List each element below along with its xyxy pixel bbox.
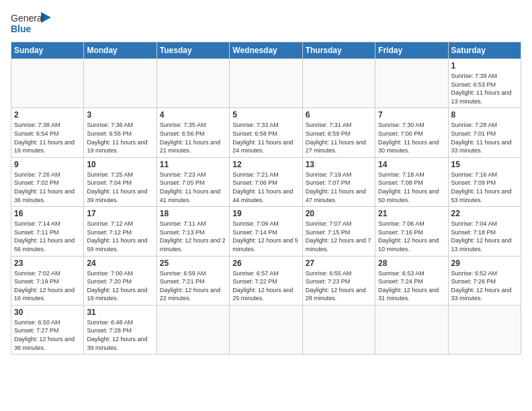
day-info: Sunrise: 7:30 AM Sunset: 7:00 PM Dayligh…: [378, 121, 445, 154]
day-cell: 19Sunrise: 7:09 AM Sunset: 7:14 PM Dayli…: [230, 207, 302, 256]
day-number: 24: [87, 259, 153, 268]
day-number: 8: [451, 110, 518, 120]
day-cell: 31Sunrise: 6:48 AM Sunset: 7:28 PM Dayli…: [84, 305, 157, 354]
day-info: Sunrise: 7:06 AM Sunset: 7:16 PM Dayligh…: [378, 220, 445, 253]
day-cell: 4Sunrise: 7:35 AM Sunset: 6:56 PM Daylig…: [157, 108, 229, 157]
day-cell: 24Sunrise: 7:00 AM Sunset: 7:20 PM Dayli…: [84, 256, 157, 305]
day-info: Sunrise: 7:09 AM Sunset: 7:14 PM Dayligh…: [232, 220, 299, 253]
day-cell: 8Sunrise: 7:28 AM Sunset: 7:01 PM Daylig…: [448, 108, 521, 157]
day-number: 30: [14, 308, 81, 317]
day-number: 31: [87, 308, 153, 317]
day-number: 23: [14, 259, 81, 268]
day-number: 29: [451, 259, 518, 268]
day-cell: [302, 59, 375, 108]
day-number: 10: [87, 160, 153, 169]
day-info: Sunrise: 6:48 AM Sunset: 7:28 PM Dayligh…: [87, 318, 153, 352]
day-number: 19: [232, 209, 299, 218]
day-cell: 22Sunrise: 7:04 AM Sunset: 7:18 PM Dayli…: [448, 207, 521, 256]
day-info: Sunrise: 7:00 AM Sunset: 7:20 PM Dayligh…: [87, 269, 153, 303]
day-number: 21: [378, 209, 445, 218]
day-number: 16: [14, 209, 81, 218]
logo: GeneralBlue: [11, 11, 58, 36]
day-number: 28: [378, 259, 445, 268]
day-cell: 6Sunrise: 7:31 AM Sunset: 6:59 PM Daylig…: [302, 108, 375, 157]
day-cell: 21Sunrise: 7:06 AM Sunset: 7:16 PM Dayli…: [375, 207, 448, 256]
week-row-4: 16Sunrise: 7:14 AM Sunset: 7:11 PM Dayli…: [11, 207, 521, 256]
svg-text:General: General: [11, 13, 44, 24]
day-number: 7: [378, 110, 445, 120]
day-info: Sunrise: 6:53 AM Sunset: 7:24 PM Dayligh…: [378, 269, 445, 303]
day-info: Sunrise: 7:12 AM Sunset: 7:12 PM Dayligh…: [87, 220, 153, 253]
day-cell: [375, 59, 448, 108]
day-header-tuesday: Tuesday: [157, 42, 229, 59]
day-cell: 14Sunrise: 7:18 AM Sunset: 7:08 PM Dayli…: [375, 157, 448, 206]
day-number: 26: [232, 259, 299, 268]
day-info: Sunrise: 7:36 AM Sunset: 6:55 PM Dayligh…: [87, 121, 153, 154]
day-cell: 17Sunrise: 7:12 AM Sunset: 7:12 PM Dayli…: [84, 207, 157, 256]
day-cell: 18Sunrise: 7:11 AM Sunset: 7:13 PM Dayli…: [157, 207, 229, 256]
day-info: Sunrise: 7:33 AM Sunset: 6:58 PM Dayligh…: [232, 121, 299, 154]
day-number: 1: [451, 61, 518, 71]
day-info: Sunrise: 7:11 AM Sunset: 7:13 PM Dayligh…: [160, 220, 226, 253]
day-cell: [448, 305, 521, 354]
day-number: 15: [451, 160, 518, 169]
day-info: Sunrise: 7:21 AM Sunset: 7:06 PM Dayligh…: [232, 171, 299, 204]
week-row-2: 2Sunrise: 7:38 AM Sunset: 6:54 PM Daylig…: [11, 108, 521, 157]
day-cell: 13Sunrise: 7:19 AM Sunset: 7:07 PM Dayli…: [302, 157, 375, 206]
day-info: Sunrise: 7:02 AM Sunset: 7:19 PM Dayligh…: [14, 269, 81, 303]
day-cell: 5Sunrise: 7:33 AM Sunset: 6:58 PM Daylig…: [230, 108, 302, 157]
day-cell: 25Sunrise: 6:59 AM Sunset: 7:21 PM Dayli…: [157, 256, 229, 305]
day-info: Sunrise: 7:26 AM Sunset: 7:02 PM Dayligh…: [14, 171, 81, 204]
day-number: 11: [160, 160, 226, 169]
day-cell: 16Sunrise: 7:14 AM Sunset: 7:11 PM Dayli…: [11, 207, 84, 256]
week-row-6: 30Sunrise: 6:50 AM Sunset: 7:27 PM Dayli…: [11, 305, 521, 354]
day-number: 25: [160, 259, 226, 268]
day-info: Sunrise: 7:35 AM Sunset: 6:56 PM Dayligh…: [160, 121, 226, 154]
day-info: Sunrise: 6:57 AM Sunset: 7:22 PM Dayligh…: [232, 269, 299, 303]
day-number: 20: [306, 209, 372, 218]
day-info: Sunrise: 7:14 AM Sunset: 7:11 PM Dayligh…: [14, 220, 81, 253]
day-info: Sunrise: 7:25 AM Sunset: 7:04 PM Dayligh…: [87, 171, 153, 204]
day-header-friday: Friday: [375, 42, 448, 59]
day-info: Sunrise: 7:07 AM Sunset: 7:15 PM Dayligh…: [306, 220, 372, 253]
day-headers-row: SundayMondayTuesdayWednesdayThursdayFrid…: [11, 42, 521, 59]
day-number: 2: [14, 110, 81, 120]
day-number: 5: [232, 110, 299, 120]
day-number: 6: [306, 110, 372, 120]
day-info: Sunrise: 7:04 AM Sunset: 7:18 PM Dayligh…: [451, 220, 518, 253]
header: GeneralBlue: [11, 11, 521, 36]
day-header-thursday: Thursday: [302, 42, 375, 59]
logo-icon: GeneralBlue: [11, 11, 58, 36]
day-number: 18: [160, 209, 226, 218]
day-number: 4: [160, 110, 226, 120]
day-number: 27: [306, 259, 372, 268]
day-cell: [230, 305, 302, 354]
day-cell: 1Sunrise: 7:39 AM Sunset: 6:53 PM Daylig…: [448, 59, 521, 108]
day-cell: 28Sunrise: 6:53 AM Sunset: 7:24 PM Dayli…: [375, 256, 448, 305]
day-info: Sunrise: 7:38 AM Sunset: 6:54 PM Dayligh…: [14, 121, 81, 154]
day-cell: 27Sunrise: 6:55 AM Sunset: 7:23 PM Dayli…: [302, 256, 375, 305]
day-cell: 7Sunrise: 7:30 AM Sunset: 7:00 PM Daylig…: [375, 108, 448, 157]
day-info: Sunrise: 7:23 AM Sunset: 7:05 PM Dayligh…: [160, 171, 226, 204]
day-cell: 12Sunrise: 7:21 AM Sunset: 7:06 PM Dayli…: [230, 157, 302, 206]
day-header-saturday: Saturday: [448, 42, 521, 59]
day-number: 22: [451, 209, 518, 218]
day-cell: 15Sunrise: 7:16 AM Sunset: 7:09 PM Dayli…: [448, 157, 521, 206]
day-cell: 11Sunrise: 7:23 AM Sunset: 7:05 PM Dayli…: [157, 157, 229, 206]
week-row-1: 1Sunrise: 7:39 AM Sunset: 6:53 PM Daylig…: [11, 59, 521, 108]
day-cell: [375, 305, 448, 354]
day-header-sunday: Sunday: [11, 42, 84, 59]
svg-text:Blue: Blue: [11, 24, 32, 34]
day-info: Sunrise: 7:19 AM Sunset: 7:07 PM Dayligh…: [306, 171, 372, 204]
day-number: 3: [87, 110, 153, 120]
day-number: 17: [87, 209, 153, 218]
week-row-3: 9Sunrise: 7:26 AM Sunset: 7:02 PM Daylig…: [11, 157, 521, 206]
day-number: 14: [378, 160, 445, 169]
day-info: Sunrise: 6:52 AM Sunset: 7:26 PM Dayligh…: [451, 269, 518, 303]
day-info: Sunrise: 6:50 AM Sunset: 7:27 PM Dayligh…: [14, 318, 81, 352]
day-cell: 23Sunrise: 7:02 AM Sunset: 7:19 PM Dayli…: [11, 256, 84, 305]
day-cell: 26Sunrise: 6:57 AM Sunset: 7:22 PM Dayli…: [230, 256, 302, 305]
day-info: Sunrise: 7:28 AM Sunset: 7:01 PM Dayligh…: [451, 121, 518, 154]
day-cell: 2Sunrise: 7:38 AM Sunset: 6:54 PM Daylig…: [11, 108, 84, 157]
day-info: Sunrise: 6:55 AM Sunset: 7:23 PM Dayligh…: [306, 269, 372, 303]
